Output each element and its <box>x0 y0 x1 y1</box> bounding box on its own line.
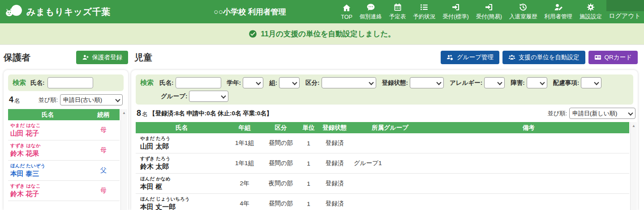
logout-button[interactable]: ログアウト <box>605 0 644 23</box>
child-grade: 4年 <box>228 200 262 208</box>
nav-item-schedule[interactable]: 予定表 <box>386 0 410 23</box>
children-search-row-2: グループ: <box>140 91 629 102</box>
parents-count-row: 4 名 並び順: 申請日(古い順) <box>4 91 128 108</box>
parents-scrollbar[interactable] <box>120 109 127 210</box>
nav-item-reservations[interactable]: 予約状況 <box>409 0 439 23</box>
category-filter-label: 区分: <box>305 79 320 87</box>
nav-item-label: 予約状況 <box>413 13 435 21</box>
column-header-name: 氏名 <box>8 111 87 119</box>
child-unit: 1 <box>300 140 317 147</box>
notification-bar: 11月の支援の単位を自動設定しました。 <box>0 23 644 45</box>
users-gear-icon <box>447 54 454 61</box>
child-name-filter-input[interactable] <box>176 77 221 88</box>
qr-card-button[interactable]: QRカード <box>588 51 638 64</box>
nav-item-checkin-standard[interactable]: 受付(標準) <box>439 0 472 23</box>
children-sort-select[interactable]: 申請日(新しい順) <box>569 108 635 119</box>
category-select[interactable] <box>322 77 376 88</box>
child-category: 昼間の部 <box>262 159 300 167</box>
parents-sort-select[interactable]: 申請日(古い順) <box>60 94 123 105</box>
child-status: 登録済 <box>317 139 352 147</box>
nav-item-top[interactable]: TOP <box>337 0 356 23</box>
child-row[interactable]: ほんだ じょういちろう 本田 丈一郎 4年 昼間の部 1 登録済 <box>136 194 629 210</box>
search-label: 検索 <box>13 79 26 87</box>
child-name: 本田 丈一郎 <box>140 202 228 210</box>
parent-name-filter-input[interactable] <box>47 77 93 88</box>
nav-item-entry-history[interactable]: 入退室履歴 <box>506 0 541 23</box>
grade-filter-label: 学年: <box>227 79 241 87</box>
parents-count-suffix: 名 <box>14 97 20 105</box>
grade-select[interactable] <box>243 77 263 88</box>
search-label: 検索 <box>140 79 154 87</box>
status-select[interactable] <box>410 77 444 88</box>
gear-icon <box>586 3 595 12</box>
child-category: 昼間の部 <box>262 139 300 147</box>
home-icon <box>342 4 351 13</box>
group-manage-label: グループ管理 <box>457 53 494 61</box>
parent-row[interactable]: すずき はなこ 鈴木 花子 母 <box>8 181 120 201</box>
child-status: 登録済 <box>317 200 352 208</box>
children-table-header: 氏名 年組 区分 単位 登録状態 所属グループ 備考 <box>136 122 629 133</box>
children-header: 児童 グループ管理 支援の単位を自動設定 QRカード <box>128 51 638 64</box>
parent-relation: 母 <box>87 146 120 154</box>
column-header-group: 所属グループ <box>352 124 428 132</box>
page-title: ○○小学校 利用者管理 <box>214 7 286 17</box>
column-header-name: 氏名 <box>136 124 228 132</box>
nav-item-user-management[interactable]: 利用者管理 <box>541 0 576 23</box>
check-circle-icon <box>249 30 257 38</box>
care-select[interactable] <box>581 77 601 88</box>
nav-item-messages[interactable]: 個別連絡 <box>356 0 386 23</box>
child-furigana: やまだ たろう <box>140 136 228 142</box>
column-header-status: 登録状態 <box>317 124 352 132</box>
child-unit: 1 <box>300 201 317 207</box>
status-filter-label: 登録状態: <box>382 79 408 87</box>
child-name: 山田 太郎 <box>140 142 228 151</box>
users-icon <box>508 54 515 61</box>
child-row[interactable]: すずき たろう 鈴木 太郎 1年1組 昼間の部 1 登録済 グループ1 <box>136 153 629 174</box>
disability-filter-label: 障害: <box>511 79 525 87</box>
user-plus-icon <box>82 54 89 61</box>
parent-name: 鈴木 花子 <box>10 189 87 198</box>
child-name: 本田 枢 <box>140 182 228 191</box>
parents-count: 4 <box>9 95 13 105</box>
class-select[interactable] <box>279 77 300 88</box>
nav-item-checkin-simple[interactable]: 受付(簡易) <box>472 0 506 23</box>
register-parent-button[interactable]: 保護者登録 <box>76 51 129 64</box>
app-logo[interactable]: みまもりキッズ千葉 <box>4 4 111 20</box>
allergy-select[interactable] <box>484 77 505 88</box>
auto-set-units-label: 支援の単位を自動設定 <box>519 53 580 61</box>
parent-relation: 父 <box>87 166 120 175</box>
child-row[interactable]: やまだ たろう 山田 太郎 1年1組 昼間の部 1 登録済 <box>136 133 629 153</box>
child-row[interactable]: ほんだ かなめ 本田 枢 2年 夜間の部 1 登録済 <box>136 174 629 194</box>
disability-select[interactable] <box>527 77 547 88</box>
group-filter-label: グループ: <box>161 92 187 101</box>
child-category: 昼間の部 <box>262 200 300 208</box>
parent-relation: 母 <box>87 187 120 195</box>
parent-furigana: すずき はなか <box>10 143 87 149</box>
child-furigana: すずき たろう <box>140 156 228 162</box>
auto-set-units-button[interactable]: 支援の単位を自動設定 <box>502 51 585 64</box>
children-scrollbar[interactable] <box>630 122 637 210</box>
nav-item-facility-settings[interactable]: 施設設定 <box>576 0 605 23</box>
children-action-buttons: グループ管理 支援の単位を自動設定 QRカード <box>441 51 638 64</box>
parent-name: 鈴木 花果 <box>10 149 87 158</box>
nav-item-label: TOP <box>341 14 352 20</box>
nav-item-label: 利用者管理 <box>545 13 573 21</box>
parents-panel: 検索 氏名: 4 名 並び順: 申請日(古い順) 氏名 続柄 やまだ はなこ 山… <box>4 70 128 210</box>
nav-item-label: 個別連絡 <box>360 13 382 21</box>
children-count-suffix: 名 <box>142 110 148 118</box>
section-header-row: 保護者 保護者登録 児童 グループ管理 支援の単位を自動設定 QRカード <box>0 45 644 64</box>
group-select[interactable] <box>189 91 228 102</box>
child-grade: 1年1組 <box>228 139 262 147</box>
parent-row[interactable]: ほんだ たいぞう 本田 泰三 父 <box>8 161 120 181</box>
child-unit: 1 <box>300 180 317 187</box>
parent-row[interactable]: すずき はなか 鈴木 花果 母 <box>8 140 120 161</box>
column-header-relation: 続柄 <box>87 111 120 119</box>
parent-row[interactable]: やまだ はなこ 山田 花子 母 <box>8 120 120 140</box>
allergy-filter-label: アレルギー: <box>450 79 482 87</box>
nav-item-label: 予定表 <box>389 13 406 21</box>
sign-in-icon <box>451 3 460 12</box>
child-name: 鈴木 太郎 <box>140 162 228 171</box>
column-header-grade: 年組 <box>228 124 262 132</box>
group-manage-button[interactable]: グループ管理 <box>441 51 499 64</box>
column-header-remark: 備考 <box>428 124 629 132</box>
